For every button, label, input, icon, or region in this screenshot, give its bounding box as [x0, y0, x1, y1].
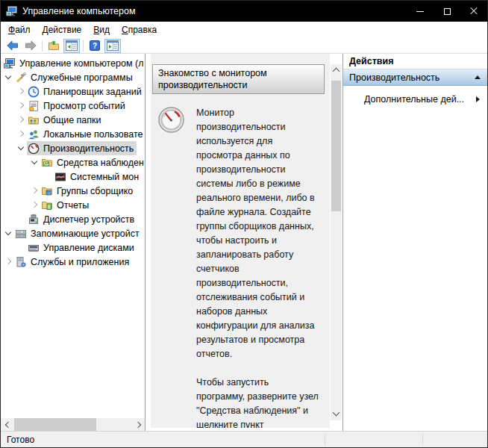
chevron-right-icon[interactable]: [16, 114, 27, 125]
chevron-right-icon[interactable]: [16, 100, 27, 111]
tree-item-label: Средства наблюден: [57, 158, 144, 168]
chevron-down-icon[interactable]: [3, 228, 14, 239]
device-manager-icon: [28, 214, 40, 225]
tree-item-local-users[interactable]: Локальные пользовате: [1, 127, 145, 141]
maximize-icon: [444, 8, 451, 15]
back-icon: [7, 40, 19, 51]
tree-item-shared-folders[interactable]: Общие папки: [1, 113, 145, 127]
scroll-right-icon[interactable]: [132, 418, 145, 431]
chevron-placeholder: [43, 171, 54, 182]
chevron-right-icon[interactable]: [3, 256, 14, 267]
tree-item-task-scheduler[interactable]: Планировщик заданий: [1, 84, 145, 99]
local-users-icon: [28, 128, 40, 140]
main-area: Управление компьютером (л Служебные прог…: [1, 54, 487, 431]
help-icon: ?: [90, 40, 100, 51]
chevron-placeholder: [16, 242, 27, 253]
tree-item-device-manager[interactable]: Диспетчер устройств: [1, 212, 145, 226]
disk-management-icon: [28, 242, 40, 254]
menu-view[interactable]: Вид: [87, 22, 116, 37]
console-tree-pane: Управление компьютером (л Служебные прог…: [1, 54, 146, 431]
chevron-down-icon[interactable]: [16, 143, 27, 154]
performance-gauge-icon: [157, 106, 185, 134]
tree-item-label: Системный мон: [70, 172, 139, 182]
menu-help[interactable]: Справка: [116, 22, 163, 37]
minimize-icon: [416, 11, 424, 12]
tree-item-data-collector-sets[interactable]: Группы сборщико: [1, 184, 145, 198]
tree-item-label: Планировщик заданий: [43, 87, 142, 97]
help-body: Монитор производительности используется …: [151, 102, 330, 428]
chevron-right-icon[interactable]: [16, 128, 27, 140]
tree-item-system-monitor[interactable]: Системный мон: [1, 169, 145, 184]
toolbar: ?: [1, 38, 487, 54]
titlebar: Управление компьютером: [1, 1, 487, 22]
tree-item-system-tools[interactable]: Служебные программы: [1, 70, 145, 84]
forward-button[interactable]: [22, 39, 39, 53]
storage-icon: [15, 228, 27, 240]
status-text: Готово: [1, 435, 34, 445]
svg-text:?: ?: [93, 42, 97, 50]
back-button[interactable]: [4, 39, 21, 53]
help-vertical-scrollbar[interactable]: [331, 64, 342, 420]
event-viewer-icon: [28, 100, 40, 112]
help-paragraph: Чтобы запустить программу, разверните уз…: [196, 376, 319, 428]
tree-item-label: Управление дисками: [43, 243, 134, 253]
tree-horizontal-scrollbar[interactable]: [1, 418, 145, 431]
tree-item-computer-management[interactable]: Управление компьютером (л: [1, 56, 145, 70]
export-list-button[interactable]: [46, 39, 62, 53]
help-button[interactable]: ?: [87, 39, 103, 53]
tree-item-label: Управление компьютером (л: [19, 58, 143, 69]
export-list-icon: [48, 40, 60, 52]
tree-item-services-applications[interactable]: Службы и приложения: [1, 255, 145, 269]
show-action-pane-button[interactable]: [104, 39, 121, 53]
tree-item-label: Группы сборщико: [57, 186, 133, 196]
services-icon: [15, 256, 27, 268]
tree-item-reports[interactable]: Отчеты: [1, 198, 145, 212]
actions-pane-title: Действия: [343, 54, 487, 69]
chevron-right-icon[interactable]: [29, 199, 40, 211]
scroll-up-icon[interactable]: [331, 64, 342, 77]
tree-item-label: Общие папки: [43, 115, 101, 125]
actions-item-more-actions[interactable]: Дополнительные дей...: [343, 90, 487, 108]
menu-action[interactable]: Действие: [37, 22, 88, 37]
actions-item-label: Дополнительные дей...: [364, 94, 464, 105]
show-console-tree-button[interactable]: [63, 39, 80, 53]
details-pane: Знакомство с монитором производительност…: [146, 54, 343, 431]
scrollbar-thumb[interactable]: [331, 81, 341, 211]
tree-item-performance[interactable]: Производительность: [1, 141, 145, 155]
console-tree: Управление компьютером (л Служебные прог…: [1, 54, 145, 418]
app-icon: [6, 5, 18, 17]
tree-item-label: Служебные программы: [31, 72, 133, 83]
close-button[interactable]: [460, 1, 487, 22]
minimize-button[interactable]: [407, 1, 434, 22]
scrollbar-thumb[interactable]: [14, 418, 96, 431]
actions-section-label: Производительность: [349, 72, 439, 83]
menu-file[interactable]: Файл: [2, 22, 37, 37]
chevron-down-icon[interactable]: [3, 72, 14, 83]
close-icon: [469, 7, 478, 16]
actions-section-performance[interactable]: Производительность: [343, 69, 487, 86]
tree-item-label: Локальные пользовате: [43, 129, 143, 140]
scrollbar-track[interactable]: [13, 418, 132, 431]
scroll-down-icon[interactable]: [331, 408, 342, 420]
menu-bar: Файл Действие Вид Справка: [1, 22, 487, 38]
scroll-left-icon[interactable]: [1, 418, 13, 431]
chevron-down-icon[interactable]: [29, 157, 40, 168]
toolbar-separator: [42, 40, 43, 52]
maximize-button[interactable]: [434, 1, 460, 22]
task-scheduler-icon: [28, 86, 40, 98]
tree-item-storage[interactable]: Запоминающие устройст: [1, 226, 145, 240]
chevron-right-icon[interactable]: [16, 86, 27, 97]
tree-item-label: Запоминающие устройст: [31, 228, 140, 239]
tree-item-event-viewer[interactable]: Просмотр событий: [1, 99, 145, 113]
window-title: Управление компьютером: [22, 6, 407, 16]
tree-item-label: Просмотр событий: [43, 101, 125, 111]
tree-item-monitoring-tools[interactable]: Средства наблюден: [1, 155, 145, 169]
tree-item-label: Производительность: [43, 143, 134, 154]
system-monitor-icon: [54, 171, 66, 183]
system-tools-icon: [15, 72, 27, 84]
tree-item-disk-management[interactable]: Управление дисками: [1, 240, 145, 255]
chevron-right-icon[interactable]: [29, 185, 40, 196]
chevron-up-icon[interactable]: [475, 75, 481, 79]
computer-management-window: Управление компьютером Файл Действие Вид…: [0, 0, 488, 448]
shared-folders-icon: [28, 114, 40, 126]
